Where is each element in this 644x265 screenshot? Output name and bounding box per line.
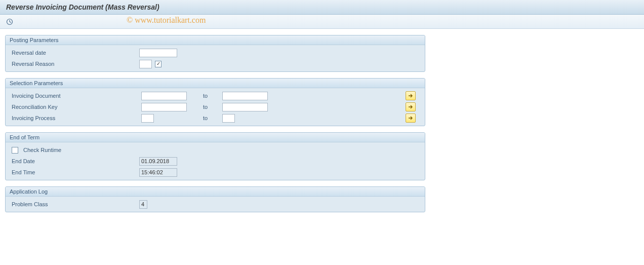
- checkbox-check-runtime[interactable]: [12, 147, 18, 154]
- input-invoicing-document-to[interactable]: [222, 92, 268, 100]
- multiple-selection-reconciliation-key[interactable]: [406, 102, 416, 111]
- input-reconciliation-key-to[interactable]: [222, 103, 268, 111]
- group-header-application-log: Application Log: [6, 187, 425, 197]
- input-end-date: [139, 157, 177, 166]
- row-reversal-date: Reversal date: [6, 47, 425, 58]
- page-title: Reverse Invoicing Document (Mass Reversa…: [6, 3, 159, 11]
- arrow-right-icon: [408, 105, 413, 109]
- toolbar: © www.tutorialkart.com: [0, 15, 644, 29]
- title-bar: Reverse Invoicing Document (Mass Reversa…: [0, 0, 644, 15]
- row-invoicing-process: Invoicing Process to: [6, 112, 425, 124]
- svg-line-2: [10, 22, 11, 23]
- watermark-text: © www.tutorialkart.com: [127, 16, 206, 25]
- row-check-runtime: Check Runtime: [6, 144, 425, 156]
- content-area: Posting Parameters Reversal date Reversa…: [0, 29, 644, 224]
- to-label-1: to: [202, 93, 222, 99]
- input-reconciliation-key-from[interactable]: [141, 103, 187, 111]
- input-end-time: [139, 168, 177, 177]
- to-label-3: to: [202, 115, 222, 121]
- label-reversal-reason: Reversal Reason: [10, 61, 139, 67]
- group-application-log: Application Log Problem Class: [5, 186, 425, 212]
- label-reversal-date: Reversal date: [10, 50, 139, 56]
- arrow-right-icon: [408, 94, 413, 98]
- group-header-end-of-term: End of Term: [6, 133, 425, 142]
- label-invoicing-process: Invoicing Process: [10, 115, 141, 121]
- label-check-runtime: Check Runtime: [21, 147, 61, 153]
- row-end-date: End Date: [6, 156, 425, 167]
- group-posting-parameters: Posting Parameters Reversal date Reversa…: [5, 35, 425, 72]
- group-end-of-term: End of Term Check Runtime End Date End T…: [5, 132, 425, 180]
- row-reversal-reason: Reversal Reason: [6, 58, 425, 69]
- input-reversal-date[interactable]: [139, 49, 177, 57]
- input-invoicing-document-from[interactable]: [141, 92, 187, 100]
- label-problem-class: Problem Class: [10, 201, 139, 207]
- label-end-date: End Date: [10, 158, 139, 164]
- row-problem-class: Problem Class: [6, 199, 425, 210]
- reversal-reason-search-help-icon[interactable]: [155, 61, 162, 67]
- to-label-2: to: [202, 104, 222, 110]
- group-header-posting: Posting Parameters: [6, 35, 425, 45]
- multiple-selection-invoicing-process[interactable]: [406, 113, 416, 123]
- input-reversal-reason-code[interactable]: [139, 60, 152, 68]
- group-selection-parameters: Selection Parameters Invoicing Document …: [5, 78, 425, 126]
- input-problem-class: [139, 200, 147, 209]
- arrow-right-icon: [408, 116, 413, 120]
- group-header-selection: Selection Parameters: [6, 79, 425, 88]
- row-invoicing-document: Invoicing Document to: [6, 90, 425, 101]
- multiple-selection-invoicing-document[interactable]: [406, 91, 416, 100]
- label-reconciliation-key: Reconciliation Key: [10, 104, 141, 110]
- input-invoicing-process-to[interactable]: [222, 114, 235, 123]
- row-reconciliation-key: Reconciliation Key to: [6, 101, 425, 112]
- label-invoicing-document: Invoicing Document: [10, 93, 141, 99]
- execute-icon[interactable]: [5, 17, 14, 26]
- input-invoicing-process-from[interactable]: [141, 114, 154, 123]
- row-end-time: End Time: [6, 167, 425, 178]
- label-end-time: End Time: [10, 169, 139, 175]
